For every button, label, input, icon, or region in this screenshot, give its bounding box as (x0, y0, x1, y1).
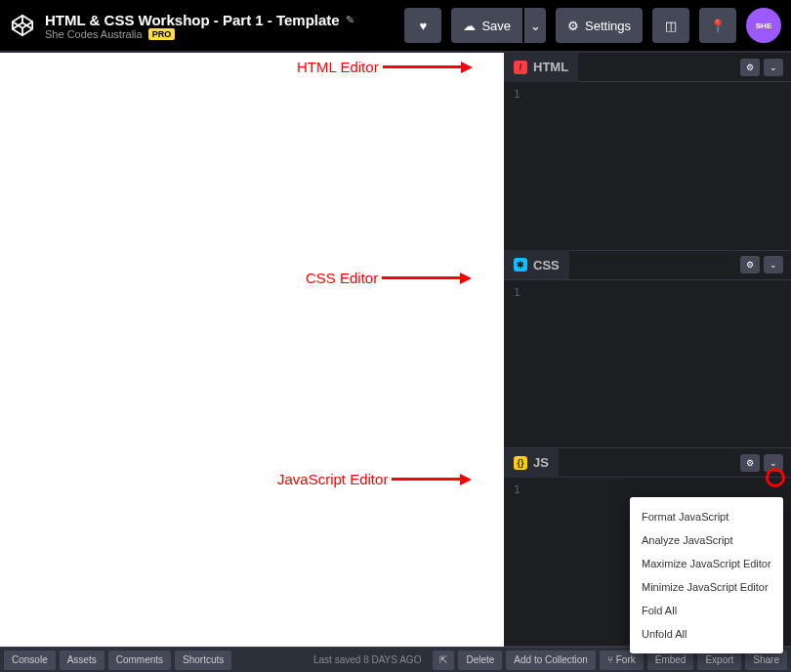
settings-label: Settings (585, 19, 631, 33)
css-editor-body[interactable]: 1 (504, 280, 791, 448)
pin-icon: 📍 (710, 19, 726, 33)
delete-button[interactable]: Delete (458, 651, 502, 670)
html-editor-panel: / HTML ⚙ ⌄ 1 (504, 53, 791, 251)
pro-badge: PRO (148, 28, 176, 40)
layout-icon: ◫ (665, 19, 677, 33)
js-editor-name: JS (533, 455, 549, 470)
cloud-icon: ☁ (463, 19, 476, 33)
css-editor-header: ✱ CSS ⚙ ⌄ (504, 251, 791, 280)
css-editor-name: CSS (533, 258, 560, 273)
annotation-js-label: JavaScript Editor (277, 471, 388, 487)
settings-button[interactable]: ⚙ Settings (556, 8, 643, 43)
pin-button[interactable]: 📍 (699, 8, 736, 43)
dropdown-maximize-js[interactable]: Maximize JavaScript Editor (630, 552, 783, 575)
avatar[interactable]: SHE (746, 8, 781, 43)
css-settings-button[interactable]: ⚙ (740, 256, 760, 273)
gear-icon: ⚙ (746, 260, 754, 270)
chevron-down-icon: ⌄ (530, 19, 541, 33)
arrow-icon (383, 62, 473, 73)
author-name[interactable]: She Codes Australia (45, 28, 143, 40)
arrow-icon (392, 474, 472, 485)
save-label: Save (481, 19, 511, 33)
js-dropdown-button[interactable]: ⌄ (764, 454, 783, 472)
line-number: 1 (514, 286, 520, 299)
gear-icon: ⚙ (746, 63, 754, 72)
heart-button[interactable]: ♥ (404, 8, 441, 43)
css-icon: ✱ (514, 258, 527, 272)
open-external-button[interactable]: ⇱ (433, 651, 454, 670)
save-dropdown-button[interactable]: ⌄ (524, 8, 546, 43)
assets-button[interactable]: Assets (60, 651, 104, 670)
dropdown-format-js[interactable]: Format JavaScript (630, 505, 783, 528)
js-icon: {} (514, 456, 527, 470)
html-dropdown-button[interactable]: ⌄ (764, 59, 783, 76)
js-editor-dropdown-menu: Format JavaScript Analyze JavaScript Max… (630, 497, 783, 653)
line-number: 1 (514, 88, 520, 101)
css-dropdown-button[interactable]: ⌄ (764, 256, 783, 273)
css-editor-tab[interactable]: ✱ CSS (504, 250, 569, 279)
header: HTML & CSS Workshop - Part 1 - Template … (0, 0, 791, 53)
chevron-down-icon: ⌄ (770, 260, 777, 270)
heart-icon: ♥ (420, 19, 428, 33)
html-editor-name: HTML (533, 60, 568, 74)
html-editor-tab[interactable]: / HTML (504, 53, 578, 82)
js-editor-header: {} JS ⚙ ⌄ (504, 448, 791, 478)
dropdown-fold-all[interactable]: Fold All (630, 599, 783, 622)
css-editor-panel: ✱ CSS ⚙ ⌄ 1 (504, 251, 791, 449)
gear-icon: ⚙ (567, 19, 579, 33)
pen-title: HTML & CSS Workshop - Part 1 - Template (45, 12, 340, 28)
js-settings-button[interactable]: ⚙ (740, 454, 760, 472)
dropdown-unfold-all[interactable]: Unfold All (630, 622, 783, 646)
preview-pane[interactable] (0, 53, 504, 647)
add-collection-button[interactable]: Add to Collection (506, 651, 596, 670)
arrow-icon (382, 273, 472, 284)
html-editor-body[interactable]: 1 (504, 82, 791, 250)
comments-button[interactable]: Comments (108, 651, 171, 670)
annotation-css-label: CSS Editor (306, 270, 378, 286)
last-saved-text: Last saved 8 DAYS AGO (313, 654, 421, 665)
layout-button[interactable]: ◫ (652, 8, 689, 43)
annotation-html: HTML Editor (297, 59, 473, 75)
dropdown-analyze-js[interactable]: Analyze JavaScript (630, 528, 783, 552)
dropdown-minimize-js[interactable]: Minimize JavaScript Editor (630, 575, 783, 599)
console-button[interactable]: Console (4, 651, 56, 670)
external-link-icon: ⇱ (439, 654, 447, 665)
fork-icon: ⑂ (607, 654, 616, 665)
save-button[interactable]: ☁ Save (451, 8, 522, 43)
shortcuts-button[interactable]: Shortcuts (175, 651, 231, 670)
title-area: HTML & CSS Workshop - Part 1 - Template … (45, 12, 395, 40)
annotation-html-label: HTML Editor (297, 59, 379, 75)
edit-title-icon[interactable]: ✎ (346, 14, 354, 26)
line-number: 1 (514, 483, 520, 496)
avatar-text: SHE (756, 21, 771, 30)
html-settings-button[interactable]: ⚙ (740, 59, 760, 76)
html-icon: / (514, 61, 527, 74)
gear-icon: ⚙ (746, 458, 754, 468)
html-editor-header: / HTML ⚙ ⌄ (504, 53, 791, 82)
annotation-css: CSS Editor (306, 270, 472, 286)
codepen-logo[interactable] (10, 13, 35, 38)
chevron-down-icon: ⌄ (770, 458, 777, 468)
js-editor-tab[interactable]: {} JS (504, 448, 559, 478)
annotation-js: JavaScript Editor (277, 471, 472, 487)
chevron-down-icon: ⌄ (770, 63, 777, 72)
